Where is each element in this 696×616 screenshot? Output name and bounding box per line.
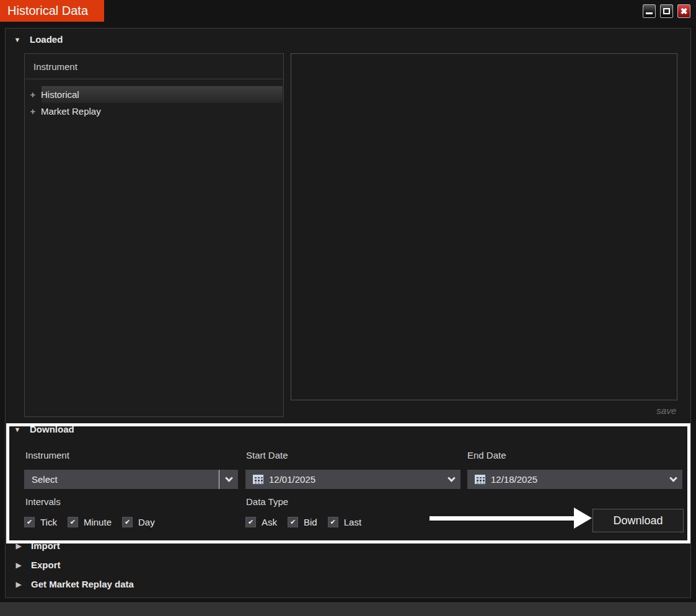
data-type-label: Data Type xyxy=(246,496,288,507)
tree-column-header: Instrument xyxy=(25,54,283,79)
close-button[interactable]: ✖ xyxy=(677,4,690,18)
tree-item-label: Market Replay xyxy=(38,106,101,117)
section-get-market-replay-label: Get Market Replay data xyxy=(31,579,134,589)
section-get-market-replay[interactable]: ▶ Get Market Replay data xyxy=(14,579,134,589)
start-date-picker[interactable]: 12/01/2025 xyxy=(245,470,460,489)
chevron-down-icon[interactable] xyxy=(664,478,682,481)
intervals-group: ✔ Tick ✔ Minute ✔ Day xyxy=(24,517,165,527)
section-import-label: Import xyxy=(31,540,60,551)
checkbox-icon[interactable]: ✔ xyxy=(245,517,256,527)
minimize-icon xyxy=(646,12,653,14)
calendar-icon xyxy=(253,475,263,484)
calendar-icon xyxy=(475,475,485,484)
section-download-label: Download xyxy=(30,424,74,434)
checkbox-last[interactable]: ✔ Last xyxy=(328,517,361,527)
checkbox-bid[interactable]: ✔ Bid xyxy=(288,517,317,527)
download-button[interactable]: Download xyxy=(592,509,684,532)
tree-item-market-replay[interactable]: + Market Replay xyxy=(25,103,283,120)
tree-item-historical[interactable]: + Historical xyxy=(25,86,283,103)
checkbox-ask[interactable]: ✔ Ask xyxy=(245,517,277,527)
maximize-icon xyxy=(663,8,670,14)
tree-rows: + Historical + Market Replay xyxy=(25,79,283,120)
close-icon: ✖ xyxy=(681,7,688,15)
chevron-down-icon: ▼ xyxy=(13,36,22,43)
section-export[interactable]: ▶ Export xyxy=(14,560,61,570)
section-loaded[interactable]: ▼ Loaded xyxy=(13,34,63,45)
instrument-label: Instrument xyxy=(25,450,69,460)
intervals-label: Intervals xyxy=(25,496,61,507)
section-loaded-label: Loaded xyxy=(30,34,63,45)
chevron-down-icon[interactable] xyxy=(219,478,238,481)
maximize-button[interactable] xyxy=(660,4,673,18)
historical-data-window: Historical Data ✖ ▼ Loaded Instrument + … xyxy=(0,0,696,616)
window-controls: ✖ xyxy=(643,4,690,18)
checkbox-day[interactable]: ✔ Day xyxy=(122,517,155,527)
tree-item-label: Historical xyxy=(38,89,79,100)
expand-plus-icon[interactable]: + xyxy=(27,89,38,100)
checkbox-minute[interactable]: ✔ Minute xyxy=(68,517,112,527)
save-link[interactable]: save xyxy=(656,405,676,416)
checkbox-icon[interactable]: ✔ xyxy=(68,517,78,527)
checkbox-tick[interactable]: ✔ Tick xyxy=(24,517,57,527)
chevron-down-icon: ▼ xyxy=(13,426,22,433)
end-date-picker[interactable]: 12/18/2025 xyxy=(467,470,682,489)
expand-plus-icon[interactable]: + xyxy=(27,106,38,117)
instrument-tree-panel: Instrument + Historical + Market Replay xyxy=(24,53,284,417)
chevron-right-icon: ▶ xyxy=(14,580,23,589)
checkbox-icon[interactable]: ✔ xyxy=(288,517,298,527)
section-download[interactable]: ▼ Download xyxy=(13,424,74,434)
section-import[interactable]: ▶ Import xyxy=(14,540,60,551)
start-date-value: 12/01/2025 xyxy=(269,474,442,485)
chevron-right-icon: ▶ xyxy=(14,561,23,570)
end-date-value: 12/18/2025 xyxy=(491,474,664,485)
section-export-label: Export xyxy=(31,560,61,570)
checkbox-icon[interactable]: ✔ xyxy=(122,517,133,527)
end-date-label: End Date xyxy=(467,450,506,460)
chevron-right-icon: ▶ xyxy=(14,542,23,550)
status-bar xyxy=(0,602,696,616)
window-title: Historical Data xyxy=(0,0,104,22)
instrument-select-value: Select xyxy=(24,474,219,485)
loaded-detail-panel xyxy=(291,53,677,400)
checkbox-icon[interactable]: ✔ xyxy=(24,517,35,527)
main-panel: ▼ Loaded Instrument + Historical + Marke… xyxy=(5,28,691,598)
checkbox-icon[interactable]: ✔ xyxy=(328,517,338,527)
instrument-select[interactable]: Select xyxy=(24,470,238,489)
chevron-down-icon[interactable] xyxy=(442,478,460,481)
data-type-group: ✔ Ask ✔ Bid ✔ Last xyxy=(245,517,372,527)
start-date-label: Start Date xyxy=(246,450,288,460)
minimize-button[interactable] xyxy=(643,4,656,18)
